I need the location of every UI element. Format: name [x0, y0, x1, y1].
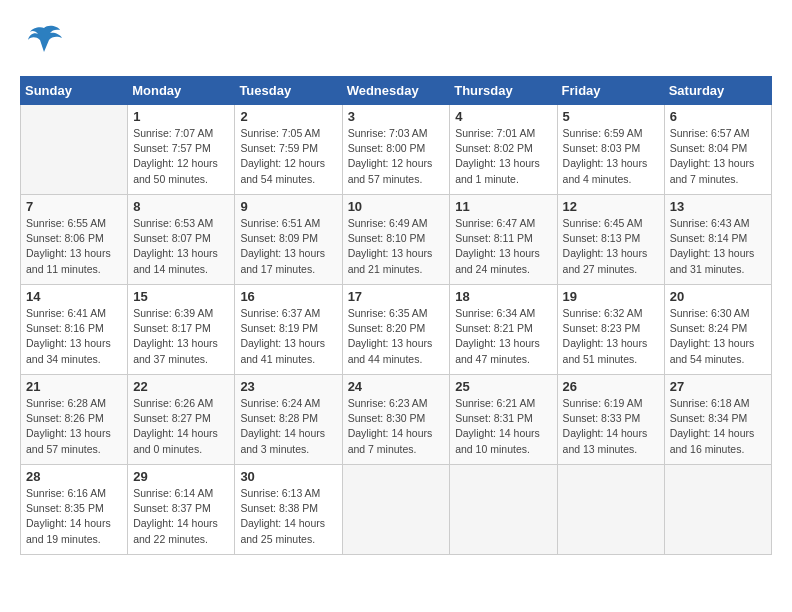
day-number: 11 — [455, 199, 551, 214]
calendar-cell: 5Sunrise: 6:59 AM Sunset: 8:03 PM Daylig… — [557, 105, 664, 195]
day-number: 5 — [563, 109, 659, 124]
day-header-friday: Friday — [557, 77, 664, 105]
day-number: 21 — [26, 379, 122, 394]
day-info: Sunrise: 6:53 AM Sunset: 8:07 PM Dayligh… — [133, 216, 229, 277]
day-number: 1 — [133, 109, 229, 124]
day-header-tuesday: Tuesday — [235, 77, 342, 105]
calendar-cell: 18Sunrise: 6:34 AM Sunset: 8:21 PM Dayli… — [450, 285, 557, 375]
calendar-cell: 19Sunrise: 6:32 AM Sunset: 8:23 PM Dayli… — [557, 285, 664, 375]
day-number: 25 — [455, 379, 551, 394]
day-number: 15 — [133, 289, 229, 304]
calendar-week-4: 21Sunrise: 6:28 AM Sunset: 8:26 PM Dayli… — [21, 375, 772, 465]
day-number: 7 — [26, 199, 122, 214]
calendar-week-1: 1Sunrise: 7:07 AM Sunset: 7:57 PM Daylig… — [21, 105, 772, 195]
calendar-cell: 30Sunrise: 6:13 AM Sunset: 8:38 PM Dayli… — [235, 465, 342, 555]
day-info: Sunrise: 6:24 AM Sunset: 8:28 PM Dayligh… — [240, 396, 336, 457]
day-number: 24 — [348, 379, 445, 394]
day-number: 26 — [563, 379, 659, 394]
day-number: 14 — [26, 289, 122, 304]
logo — [20, 20, 64, 60]
day-header-saturday: Saturday — [664, 77, 771, 105]
calendar-cell: 12Sunrise: 6:45 AM Sunset: 8:13 PM Dayli… — [557, 195, 664, 285]
calendar-cell: 29Sunrise: 6:14 AM Sunset: 8:37 PM Dayli… — [128, 465, 235, 555]
calendar-cell: 7Sunrise: 6:55 AM Sunset: 8:06 PM Daylig… — [21, 195, 128, 285]
calendar-cell: 22Sunrise: 6:26 AM Sunset: 8:27 PM Dayli… — [128, 375, 235, 465]
page-header — [20, 20, 772, 60]
calendar-cell: 8Sunrise: 6:53 AM Sunset: 8:07 PM Daylig… — [128, 195, 235, 285]
day-number: 2 — [240, 109, 336, 124]
day-info: Sunrise: 6:49 AM Sunset: 8:10 PM Dayligh… — [348, 216, 445, 277]
day-number: 6 — [670, 109, 766, 124]
day-number: 10 — [348, 199, 445, 214]
calendar-header: SundayMondayTuesdayWednesdayThursdayFrid… — [21, 77, 772, 105]
day-info: Sunrise: 7:01 AM Sunset: 8:02 PM Dayligh… — [455, 126, 551, 187]
day-number: 27 — [670, 379, 766, 394]
day-number: 30 — [240, 469, 336, 484]
calendar-cell: 13Sunrise: 6:43 AM Sunset: 8:14 PM Dayli… — [664, 195, 771, 285]
day-header-wednesday: Wednesday — [342, 77, 450, 105]
calendar-cell: 20Sunrise: 6:30 AM Sunset: 8:24 PM Dayli… — [664, 285, 771, 375]
day-info: Sunrise: 6:39 AM Sunset: 8:17 PM Dayligh… — [133, 306, 229, 367]
day-info: Sunrise: 6:55 AM Sunset: 8:06 PM Dayligh… — [26, 216, 122, 277]
day-info: Sunrise: 6:57 AM Sunset: 8:04 PM Dayligh… — [670, 126, 766, 187]
calendar-cell — [664, 465, 771, 555]
day-number: 23 — [240, 379, 336, 394]
day-info: Sunrise: 6:30 AM Sunset: 8:24 PM Dayligh… — [670, 306, 766, 367]
calendar-cell: 28Sunrise: 6:16 AM Sunset: 8:35 PM Dayli… — [21, 465, 128, 555]
day-info: Sunrise: 6:26 AM Sunset: 8:27 PM Dayligh… — [133, 396, 229, 457]
day-info: Sunrise: 6:13 AM Sunset: 8:38 PM Dayligh… — [240, 486, 336, 547]
day-info: Sunrise: 6:21 AM Sunset: 8:31 PM Dayligh… — [455, 396, 551, 457]
calendar-cell: 11Sunrise: 6:47 AM Sunset: 8:11 PM Dayli… — [450, 195, 557, 285]
day-info: Sunrise: 6:23 AM Sunset: 8:30 PM Dayligh… — [348, 396, 445, 457]
day-number: 29 — [133, 469, 229, 484]
calendar-cell — [557, 465, 664, 555]
calendar-cell: 21Sunrise: 6:28 AM Sunset: 8:26 PM Dayli… — [21, 375, 128, 465]
calendar-cell: 9Sunrise: 6:51 AM Sunset: 8:09 PM Daylig… — [235, 195, 342, 285]
calendar-cell — [342, 465, 450, 555]
day-number: 13 — [670, 199, 766, 214]
day-header-monday: Monday — [128, 77, 235, 105]
calendar-cell: 23Sunrise: 6:24 AM Sunset: 8:28 PM Dayli… — [235, 375, 342, 465]
calendar-week-3: 14Sunrise: 6:41 AM Sunset: 8:16 PM Dayli… — [21, 285, 772, 375]
calendar-cell: 10Sunrise: 6:49 AM Sunset: 8:10 PM Dayli… — [342, 195, 450, 285]
day-number: 9 — [240, 199, 336, 214]
day-info: Sunrise: 7:05 AM Sunset: 7:59 PM Dayligh… — [240, 126, 336, 187]
calendar-cell: 2Sunrise: 7:05 AM Sunset: 7:59 PM Daylig… — [235, 105, 342, 195]
calendar-week-5: 28Sunrise: 6:16 AM Sunset: 8:35 PM Dayli… — [21, 465, 772, 555]
day-info: Sunrise: 7:07 AM Sunset: 7:57 PM Dayligh… — [133, 126, 229, 187]
day-number: 16 — [240, 289, 336, 304]
calendar-cell: 26Sunrise: 6:19 AM Sunset: 8:33 PM Dayli… — [557, 375, 664, 465]
day-number: 8 — [133, 199, 229, 214]
day-info: Sunrise: 6:59 AM Sunset: 8:03 PM Dayligh… — [563, 126, 659, 187]
day-info: Sunrise: 6:47 AM Sunset: 8:11 PM Dayligh… — [455, 216, 551, 277]
calendar-cell: 6Sunrise: 6:57 AM Sunset: 8:04 PM Daylig… — [664, 105, 771, 195]
calendar-cell: 25Sunrise: 6:21 AM Sunset: 8:31 PM Dayli… — [450, 375, 557, 465]
calendar-cell: 24Sunrise: 6:23 AM Sunset: 8:30 PM Dayli… — [342, 375, 450, 465]
day-header-thursday: Thursday — [450, 77, 557, 105]
calendar-cell: 17Sunrise: 6:35 AM Sunset: 8:20 PM Dayli… — [342, 285, 450, 375]
day-info: Sunrise: 6:28 AM Sunset: 8:26 PM Dayligh… — [26, 396, 122, 457]
day-info: Sunrise: 6:41 AM Sunset: 8:16 PM Dayligh… — [26, 306, 122, 367]
header-row: SundayMondayTuesdayWednesdayThursdayFrid… — [21, 77, 772, 105]
calendar-cell: 1Sunrise: 7:07 AM Sunset: 7:57 PM Daylig… — [128, 105, 235, 195]
calendar-cell: 3Sunrise: 7:03 AM Sunset: 8:00 PM Daylig… — [342, 105, 450, 195]
day-info: Sunrise: 6:37 AM Sunset: 8:19 PM Dayligh… — [240, 306, 336, 367]
calendar-cell: 4Sunrise: 7:01 AM Sunset: 8:02 PM Daylig… — [450, 105, 557, 195]
day-info: Sunrise: 6:45 AM Sunset: 8:13 PM Dayligh… — [563, 216, 659, 277]
calendar-cell: 15Sunrise: 6:39 AM Sunset: 8:17 PM Dayli… — [128, 285, 235, 375]
day-info: Sunrise: 6:16 AM Sunset: 8:35 PM Dayligh… — [26, 486, 122, 547]
day-number: 22 — [133, 379, 229, 394]
calendar-cell: 14Sunrise: 6:41 AM Sunset: 8:16 PM Dayli… — [21, 285, 128, 375]
day-number: 19 — [563, 289, 659, 304]
day-number: 4 — [455, 109, 551, 124]
day-number: 17 — [348, 289, 445, 304]
calendar-cell: 27Sunrise: 6:18 AM Sunset: 8:34 PM Dayli… — [664, 375, 771, 465]
day-number: 3 — [348, 109, 445, 124]
day-number: 20 — [670, 289, 766, 304]
day-info: Sunrise: 6:18 AM Sunset: 8:34 PM Dayligh… — [670, 396, 766, 457]
day-info: Sunrise: 6:32 AM Sunset: 8:23 PM Dayligh… — [563, 306, 659, 367]
logo-bird-icon — [24, 20, 64, 60]
day-info: Sunrise: 6:43 AM Sunset: 8:14 PM Dayligh… — [670, 216, 766, 277]
day-header-sunday: Sunday — [21, 77, 128, 105]
calendar-week-2: 7Sunrise: 6:55 AM Sunset: 8:06 PM Daylig… — [21, 195, 772, 285]
